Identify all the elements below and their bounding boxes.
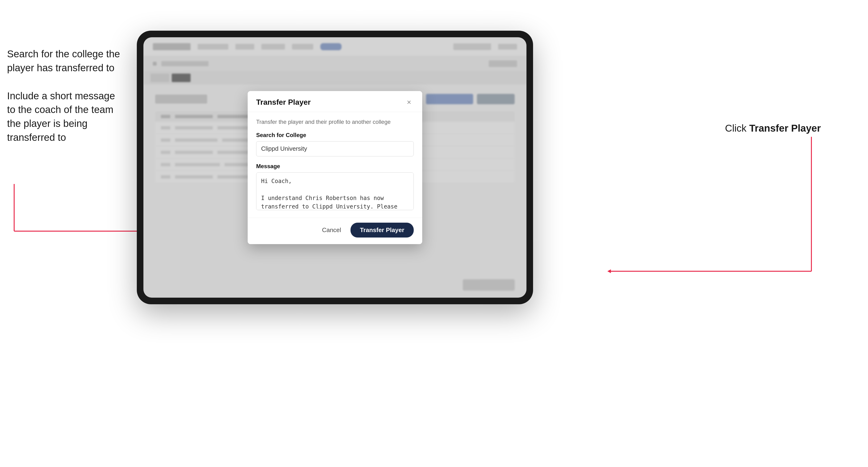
message-label: Message bbox=[256, 163, 414, 169]
modal-overlay: Transfer Player × Transfer the player an… bbox=[144, 37, 526, 298]
svg-marker-5 bbox=[607, 269, 611, 273]
modal-header: Transfer Player × bbox=[248, 91, 422, 112]
modal-body: Transfer the player and their profile to… bbox=[248, 112, 422, 218]
college-input[interactable] bbox=[256, 141, 414, 156]
transfer-player-button[interactable]: Transfer Player bbox=[350, 223, 414, 238]
tablet-screen: Transfer Player × Transfer the player an… bbox=[144, 37, 526, 298]
annotation-left-panel: Search for the college the player has tr… bbox=[7, 47, 125, 159]
modal-title: Transfer Player bbox=[256, 98, 311, 106]
cancel-button[interactable]: Cancel bbox=[317, 224, 346, 237]
modal-close-button[interactable]: × bbox=[404, 98, 414, 107]
transfer-player-modal: Transfer Player × Transfer the player an… bbox=[248, 91, 422, 244]
modal-footer: Cancel Transfer Player bbox=[248, 218, 422, 244]
annotation-right-prefix: Click bbox=[725, 123, 749, 134]
message-textarea[interactable]: Hi Coach, I understand Chris Robertson h… bbox=[256, 173, 414, 210]
annotation-right-bold: Transfer Player bbox=[749, 123, 821, 134]
annotation-right-panel: Click Transfer Player bbox=[725, 123, 821, 134]
annotation-text-2: Include a short message to the coach of … bbox=[7, 89, 125, 145]
modal-subtitle: Transfer the player and their profile to… bbox=[256, 119, 414, 125]
tablet-device: Transfer Player × Transfer the player an… bbox=[137, 31, 533, 304]
annotation-text-1: Search for the college the player has tr… bbox=[7, 47, 125, 75]
college-label: Search for College bbox=[256, 132, 414, 138]
